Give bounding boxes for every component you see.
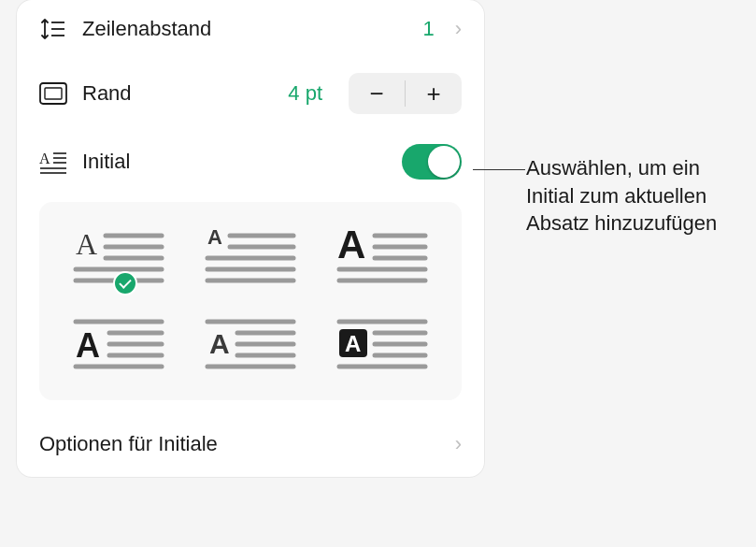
- initial-row: A Initial: [17, 129, 484, 194]
- initial-style-option-5[interactable]: A: [184, 301, 316, 387]
- svg-rect-4: [45, 88, 62, 99]
- callout-leader-line: [473, 169, 525, 170]
- chevron-right-icon: ›: [455, 432, 462, 456]
- check-icon: [113, 271, 137, 295]
- svg-text:A: A: [39, 151, 50, 166]
- initial-toggle[interactable]: [402, 144, 462, 180]
- line-spacing-label: Zeilenabstand: [82, 17, 407, 41]
- margin-icon: [39, 79, 67, 108]
- margin-decrease-button[interactable]: −: [349, 73, 405, 114]
- initial-style-option-3[interactable]: A: [317, 215, 449, 301]
- margin-row: Rand 4 pt − +: [17, 58, 484, 129]
- initial-style-option-4[interactable]: A: [52, 301, 184, 387]
- svg-text:A: A: [209, 328, 230, 359]
- initial-style-option-1[interactable]: A: [52, 215, 184, 301]
- initial-style-option-2[interactable]: A: [184, 215, 316, 301]
- initial-styles-grid: A A: [39, 202, 462, 400]
- line-spacing-row[interactable]: Zeilenabstand 1 ›: [17, 0, 484, 58]
- margin-increase-button[interactable]: +: [406, 73, 462, 114]
- initial-label: Initial: [82, 150, 387, 174]
- callout-text: Auswählen, um ein Initial zum aktuellen …: [526, 154, 741, 238]
- line-spacing-icon: [39, 15, 67, 43]
- margin-stepper: − +: [349, 73, 462, 114]
- toggle-knob: [428, 146, 460, 178]
- line-spacing-value: 1: [422, 17, 434, 41]
- svg-text:A: A: [207, 226, 222, 249]
- initial-style-option-6[interactable]: A: [317, 301, 449, 387]
- svg-text:A: A: [345, 331, 361, 356]
- svg-text:A: A: [337, 226, 365, 266]
- svg-text:A: A: [76, 326, 100, 365]
- svg-text:A: A: [76, 227, 97, 261]
- chevron-right-icon: ›: [455, 17, 462, 41]
- text-format-panel: Zeilenabstand 1 › Rand 4 pt − + A: [17, 0, 484, 477]
- initial-options-label: Optionen für Initiale: [39, 432, 218, 456]
- initial-options-link[interactable]: Optionen für Initiale ›: [17, 415, 484, 477]
- svg-rect-3: [40, 83, 66, 104]
- drop-cap-icon: A: [39, 148, 67, 176]
- margin-label: Rand: [82, 81, 273, 106]
- margin-value: 4 pt: [288, 81, 322, 106]
